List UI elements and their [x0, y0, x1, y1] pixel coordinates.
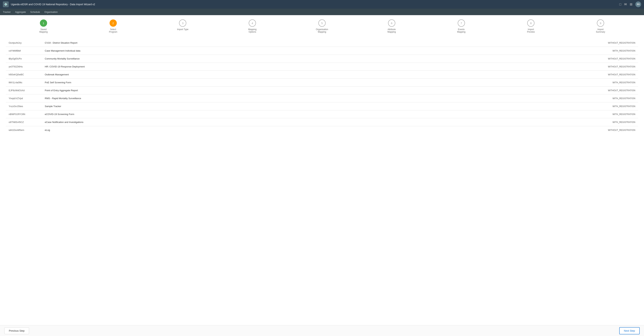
nav-bar: Tracker Aggregate Schedule Organisation: [0, 9, 644, 15]
step-6-circle[interactable]: 6: [388, 19, 395, 27]
table-row[interactable]: lMV1L4a09tc PoE Self Screening Form WITH…: [6, 79, 638, 87]
step-7-circle[interactable]: 7: [458, 19, 465, 27]
row-id: tByt2gf3UFe: [6, 55, 42, 63]
header-left: Uganda eIDSR and COVID 19 National Repos…: [3, 1, 95, 7]
row-id: o6TN8Sr45CZ: [6, 118, 42, 126]
row-type: WITH_REGISTRATION: [387, 79, 638, 87]
step-7-label: Events Mapping: [454, 28, 468, 33]
table-row[interactable]: EJF8zWdCkXd Point of Entry Aggregate Rep…: [6, 87, 638, 94]
row-id: OzztpuhtJcy: [6, 39, 42, 47]
step-8-circle[interactable]: 8: [527, 19, 534, 27]
row-type: WITHOUT_REGISTRATION: [387, 63, 638, 71]
step-7: 7 Events Mapping: [426, 19, 496, 33]
row-name: Sample Tracker: [42, 102, 387, 110]
step-4-label: Mapping Options: [245, 28, 260, 33]
row-name: Community Mortality Surveillance: [42, 55, 387, 63]
row-type: WITHOUT_REGISTRATION: [387, 87, 638, 94]
nav-schedule[interactable]: Schedule: [30, 9, 40, 15]
table-row[interactable]: cdYtttMBtbf Case Management Individual d…: [6, 47, 638, 55]
row-type: WITH_REGISTRATION: [387, 102, 638, 110]
step-1: 1 Saved Mapping: [9, 19, 78, 33]
row-id: EJF8zWdCkXd: [6, 87, 42, 94]
step-5-circle[interactable]: 5: [318, 19, 326, 27]
next-step-button[interactable]: Next Step: [619, 327, 640, 335]
step-3-circle[interactable]: 3: [179, 19, 186, 27]
row-type: WITH_REGISTRATION: [387, 47, 638, 55]
header-right: □ ✉ ⊞ SS: [619, 1, 641, 7]
row-type: WITH_REGISTRATION: [387, 118, 638, 126]
row-name: Outbreak Management: [42, 71, 387, 79]
step-4-circle[interactable]: 4: [249, 19, 256, 27]
table-row[interactable]: hl50sKQ0wBC Outbreak Management WITHOUT_…: [6, 71, 638, 79]
nav-aggregate[interactable]: Aggregate: [15, 9, 26, 15]
row-name: eLog: [42, 126, 387, 134]
steps-wizard: 1 Saved Mapping 2 Select Program 3 Impor…: [6, 19, 638, 33]
row-name: HR: COVID-19 Response Deployment: [42, 63, 387, 71]
row-name: eCOVID-19 Screening Form: [42, 110, 387, 118]
table-row[interactable]: YxzzGnJSlws Sample Tracker WITH_REGISTRA…: [6, 102, 638, 110]
chat-icon[interactable]: □: [619, 2, 621, 6]
step-9-circle[interactable]: 9: [597, 19, 604, 27]
footer: Previous Step Next Step: [0, 325, 644, 336]
step-8: 8 Import Preview: [496, 19, 566, 33]
step-3-label: Import Type: [177, 28, 188, 31]
row-id: YlxqdzVZVpd: [6, 94, 42, 102]
row-name: RMS - Rapid Mortality Surveillance: [42, 94, 387, 102]
row-name: PoE Self Screening Form: [42, 79, 387, 87]
row-type: WITHOUT_REGISTRATION: [387, 71, 638, 79]
nav-organisation[interactable]: Organisation: [44, 9, 58, 15]
svg-point-1: [5, 3, 6, 5]
table-row[interactable]: OzztpuhtJcy CV19 - District Situation Re…: [6, 39, 638, 47]
table-row[interactable]: ye3T92Zi6Hu HR: COVID-19 Response Deploy…: [6, 63, 638, 71]
row-name: CV19 - District Situation Report: [42, 39, 387, 47]
row-name: Case Management Individual data: [42, 47, 387, 55]
grid-icon[interactable]: ⊞: [630, 2, 632, 6]
row-id: hl50sKQ0wBC: [6, 71, 42, 79]
step-4: 4 Mapping Options: [218, 19, 287, 33]
step-9-label: Import Summary: [593, 28, 608, 33]
row-type: WITHOUT_REGISTRATION: [387, 126, 638, 134]
table-row[interactable]: tByt2gf3UFe Community Mortality Surveill…: [6, 55, 638, 63]
table-row[interactable]: iaN1DovM5em eLog WITHOUT_REGISTRATION: [6, 126, 638, 134]
step-8-label: Import Preview: [524, 28, 538, 33]
step-3: 3 Import Type: [148, 19, 218, 31]
row-id: YxzzGnJSlws: [6, 102, 42, 110]
row-name: eCase Notification and Investigations: [42, 118, 387, 126]
program-table: OzztpuhtJcy CV19 - District Situation Re…: [6, 39, 638, 134]
row-type: WITHOUT_REGISTRATION: [387, 55, 638, 63]
table-row[interactable]: o6TN8Sr45CZ eCase Notification and Inves…: [6, 118, 638, 126]
app-title: Uganda eIDSR and COVID 19 National Repos…: [11, 3, 95, 6]
table-row[interactable]: nBWFG3fYC8N eCOVID-19 Screening Form WIT…: [6, 110, 638, 118]
app-logo: [3, 1, 9, 7]
step-1-label: Saved Mapping: [36, 28, 51, 33]
top-header: Uganda eIDSR and COVID 19 National Repos…: [0, 0, 644, 9]
step-9: 9 Import Summary: [566, 19, 635, 33]
step-2: 2 Select Program: [78, 19, 148, 33]
row-type: WITH_REGISTRATION: [387, 110, 638, 118]
row-name: Point of Entry Aggregate Report: [42, 87, 387, 94]
main-content: 1 Saved Mapping 2 Select Program 3 Impor…: [0, 15, 644, 325]
row-id: iaN1DovM5em: [6, 126, 42, 134]
row-type: WITHOUT_REGISTRATION: [387, 39, 638, 47]
prev-step-button[interactable]: Previous Step: [4, 327, 29, 334]
step-2-label: Select Program: [106, 28, 120, 33]
step-5-label: Organisation Mapping: [315, 28, 329, 33]
nav-tracker[interactable]: Tracker: [3, 9, 11, 15]
mail-icon[interactable]: ✉: [624, 2, 627, 6]
row-id: cdYtttMBtbf: [6, 47, 42, 55]
row-type: WITH_REGISTRATION: [387, 94, 638, 102]
step-5: 5 Organisation Mapping: [287, 19, 357, 33]
step-6: 6 Attribute Mapping: [357, 19, 426, 33]
table-row[interactable]: YlxqdzVZVpd RMS - Rapid Mortality Survei…: [6, 94, 638, 102]
user-avatar[interactable]: SS: [635, 1, 641, 7]
row-id: lMV1L4a09tc: [6, 79, 42, 87]
step-6-label: Attribute Mapping: [384, 28, 399, 33]
row-id: ye3T92Zi6Hu: [6, 63, 42, 71]
row-id: nBWFG3fYC8N: [6, 110, 42, 118]
step-2-circle[interactable]: 2: [110, 19, 117, 27]
step-1-circle[interactable]: 1: [40, 19, 47, 27]
